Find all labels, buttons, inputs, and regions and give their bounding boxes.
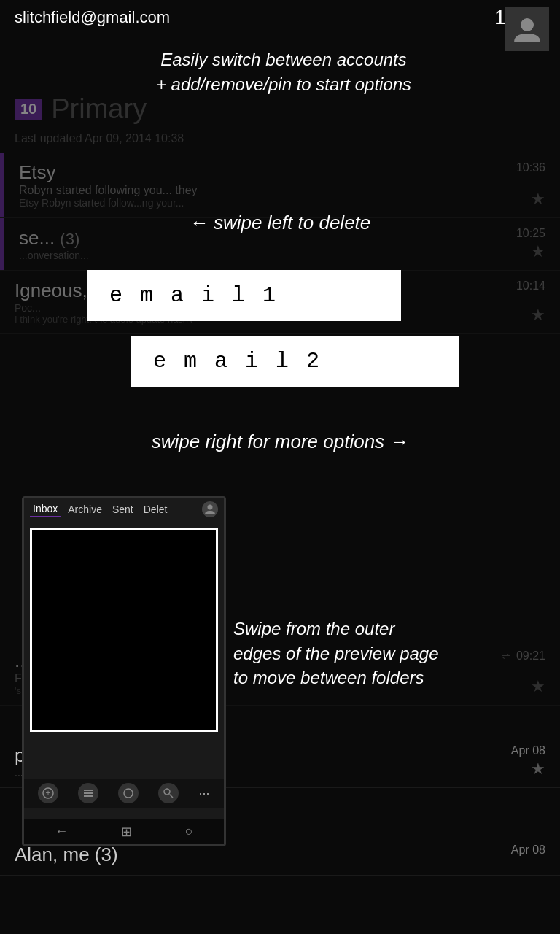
list-icon[interactable] [78,783,98,803]
avatar[interactable] [505,7,549,51]
primary-label: Primary [51,93,147,125]
back-icon[interactable]: ← [55,824,68,840]
phone-preview: Inbox Archive Sent Delet + [22,496,226,846]
svg-rect-5 [84,792,93,794]
swipe-outer-line1: Swipe from the outer [233,617,553,641]
home-icon[interactable]: ⊞ [121,824,132,840]
svg-rect-4 [84,790,93,791]
search-icon[interactable] [158,783,179,803]
star-icon: ★ [531,190,545,209]
swipe-right-text: swipe right for more options → [152,431,409,452]
phone-nav-sent: Sent [109,502,136,517]
svg-text:+: + [46,788,51,798]
svg-point-1 [208,505,213,510]
svg-point-7 [124,789,133,798]
phone-nav-bar: Inbox Archive Sent Delet [24,498,224,520]
email-time: Apr 08 [511,844,545,857]
circle-icon[interactable] [118,783,139,803]
phone-nav-archive: Archive [65,502,105,517]
email-time: Apr 08 [511,744,545,757]
email-time: 10:14 [516,279,545,293]
phone-system-bar: ← ⊞ ○ [24,819,224,844]
svg-line-9 [170,795,174,798]
last-updated: Last updated Apr 09, 2014 10:38 [0,131,560,153]
phone-nav-inbox: Inbox [30,501,61,517]
email-sender: Alan, me (3) [15,844,118,866]
phone-nav-delete: Delet [141,502,171,517]
compose-icon[interactable]: + [38,783,58,803]
email-preview: Etsy Robyn started follow...ng your... [19,197,545,209]
swipe-outer-line3: to move between folders [233,665,553,690]
phone-avatar [202,501,218,517]
status-bar: slitchfield@gmail.com 10:38 [0,0,560,35]
tooltip-text-line2: + add/remove/pin to start options [73,72,494,97]
swipe-outer-line2: edges of the preview page [233,641,553,666]
swipe-left-hint: ← swipe left to delete [0,212,560,234]
phone-email-display [30,528,218,732]
svg-point-8 [164,789,170,795]
swipe-left-text: ← swipe left to delete [190,212,371,234]
search-sys-icon[interactable]: ○ [185,824,193,840]
swipe-right-hint: swipe right for more options → [0,431,560,453]
email-item[interactable]: Etsy 10:36 Robyn started following you..… [0,153,560,218]
svg-rect-6 [84,795,93,797]
svg-point-0 [521,18,534,31]
email-time: 10:36 [516,161,545,174]
star-icon: ★ [531,306,545,325]
status-email: slitchfield@gmail.com [15,8,170,27]
star-icon: ★ [531,242,545,261]
primary-badge: 10 [15,99,42,120]
email-subject: Robyn started following you... they [19,184,545,197]
email-preview: ...onversation... [19,250,545,261]
tooltip-text-line1: Easily switch between accounts [73,47,494,72]
email2-box[interactable]: e m a i l 2 [131,336,459,387]
unread-indicator [0,153,4,217]
swipe-outer-hint: Swipe from the outer edges of the previe… [233,617,553,690]
email-sender: Etsy [19,161,56,184]
tooltip-accounts: Easily switch between accounts + add/rem… [73,47,494,96]
email1-label: e m a i l 1 [109,283,278,308]
more-icon[interactable]: ··· [198,783,209,803]
email1-box[interactable]: e m a i l 1 [88,270,401,321]
email2-label: e m a i l 2 [153,349,322,374]
star-icon: ★ [531,760,545,779]
phone-bottom-bar: + ··· [24,779,224,808]
